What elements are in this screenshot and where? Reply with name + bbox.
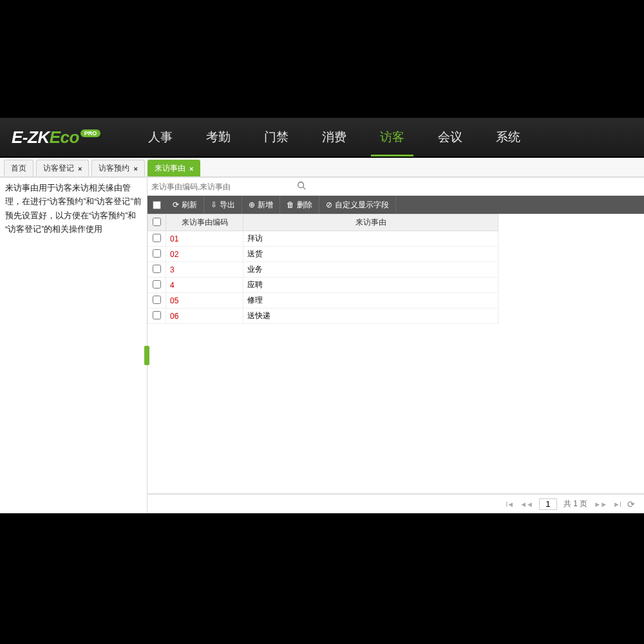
row-checkbox[interactable] <box>153 234 161 242</box>
content-area: 来访事由用于访客来访相关缘由管理，在进行“访客预约”和“访客登记”前预先设置好，… <box>0 177 644 513</box>
table-container: 来访事由编码 来访事由 01拜访02送货3业务4应聘05修理06送快递 <box>147 214 644 494</box>
export-button[interactable]: ⇩导出 <box>204 196 242 214</box>
help-sidebar: 来访事由用于访客来访相关缘由管理，在进行“访客预约”和“访客登记”前预先设置好，… <box>0 178 147 513</box>
page-tabs: 首页访客登记×访客预约×来访事由× <box>0 158 644 177</box>
first-page-button[interactable]: I◄ <box>506 500 513 508</box>
delete-button[interactable]: 🗑删除 <box>280 196 319 214</box>
top-navbar: E-ZKEco PRO 人事考勤门禁消费访客会议系统 <box>0 118 644 158</box>
add-label: 新增 <box>258 200 273 211</box>
row-checkbox[interactable] <box>153 296 161 304</box>
tab-label: 首页 <box>11 163 26 174</box>
logo-prefix: E-ZK <box>12 128 50 147</box>
row-checkbox[interactable] <box>153 265 161 273</box>
plus-icon: ⊕ <box>249 200 255 209</box>
svg-point-0 <box>298 182 304 188</box>
cell-reason: 送货 <box>243 247 498 262</box>
refresh-icon: ⟳ <box>173 200 179 209</box>
cell-reason: 修理 <box>243 293 498 308</box>
nav-item-1[interactable]: 考勤 <box>189 118 247 156</box>
col-code[interactable]: 来访事由编码 <box>166 214 243 231</box>
tab-label: 来访事由 <box>155 163 185 174</box>
cell-code: 01 <box>166 231 243 247</box>
cell-reason: 业务 <box>243 262 498 278</box>
action-toolbar: ⟳刷新 ⇩导出 ⊕新增 🗑删除 ⊘自定义显示字段 <box>147 196 644 214</box>
nav-item-3[interactable]: 消费 <box>305 118 363 156</box>
select-all-checkbox[interactable] <box>153 218 161 226</box>
tab-label: 访客预约 <box>99 163 129 174</box>
next-page-button[interactable]: ►► <box>594 500 607 508</box>
custom-fields-label: 自定义显示字段 <box>335 200 389 211</box>
reload-icon[interactable]: ⟳ <box>627 499 635 509</box>
sidebar-description: 来访事由用于访客来访相关缘由管理，在进行“访客预约”和“访客登记”前预先设置好，… <box>5 182 142 236</box>
row-checkbox[interactable] <box>153 280 161 289</box>
select-all-header[interactable] <box>148 214 166 231</box>
nav-item-4[interactable]: 访客 <box>363 118 421 156</box>
check-icon: ⊘ <box>326 200 332 209</box>
custom-fields-button[interactable]: ⊘自定义显示字段 <box>319 196 396 214</box>
col-reason[interactable]: 来访事由 <box>243 214 498 231</box>
cell-code: 06 <box>166 308 243 324</box>
nav-item-5[interactable]: 会议 <box>421 118 479 156</box>
table-row[interactable]: 02送货 <box>148 247 498 262</box>
sidebar-resize-handle[interactable] <box>144 346 149 365</box>
cell-reason: 拜访 <box>243 231 498 247</box>
page-total: 共 1 页 <box>564 498 587 509</box>
delete-label: 删除 <box>297 200 312 211</box>
page-input[interactable] <box>539 498 557 510</box>
logo-eco: Eco <box>50 128 79 147</box>
nav-item-6[interactable]: 系统 <box>479 118 537 156</box>
reasons-table: 来访事由编码 来访事由 01拜访02送货3业务4应聘05修理06送快递 <box>147 214 498 324</box>
row-checkbox[interactable] <box>153 311 161 319</box>
logo-text: E-ZKEco <box>12 128 79 147</box>
select-all-toolbar-checkbox[interactable] <box>153 201 161 209</box>
brand-logo: E-ZKEco PRO <box>0 128 112 147</box>
cell-code: 4 <box>166 278 243 293</box>
cell-reason: 应聘 <box>243 278 498 293</box>
trash-icon: 🗑 <box>287 200 294 209</box>
nav-item-0[interactable]: 人事 <box>131 118 189 156</box>
select-all-toolbar[interactable] <box>147 201 166 209</box>
table-row[interactable]: 4应聘 <box>148 278 498 293</box>
tab-1[interactable]: 访客登记× <box>36 160 89 176</box>
pro-badge: PRO <box>80 129 101 137</box>
close-icon[interactable]: × <box>189 165 193 173</box>
main-nav: 人事考勤门禁消费访客会议系统 <box>131 118 537 156</box>
table-row[interactable]: 3业务 <box>148 262 498 278</box>
tab-label: 访客登记 <box>43 163 74 174</box>
add-button[interactable]: ⊕新增 <box>242 196 280 214</box>
refresh-button[interactable]: ⟳刷新 <box>166 196 204 214</box>
cell-code: 3 <box>166 262 243 278</box>
svg-line-1 <box>303 187 306 190</box>
main-panel: ⟳刷新 ⇩导出 ⊕新增 🗑删除 ⊘自定义显示字段 来访事由编码 来访事由 01拜… <box>147 178 644 513</box>
row-checkbox[interactable] <box>153 249 161 258</box>
close-icon[interactable]: × <box>133 165 137 173</box>
table-row[interactable]: 01拜访 <box>148 231 498 247</box>
table-row[interactable]: 05修理 <box>148 293 498 308</box>
search-input[interactable] <box>151 180 293 194</box>
last-page-button[interactable]: ►I <box>613 500 621 508</box>
cell-code: 02 <box>166 247 243 262</box>
tab-3[interactable]: 来访事由× <box>147 160 200 176</box>
search-icon[interactable] <box>297 181 306 192</box>
export-icon: ⇩ <box>211 200 217 209</box>
export-label: 导出 <box>220 200 235 211</box>
tab-2[interactable]: 访客预约× <box>91 160 144 176</box>
search-bar <box>147 178 644 196</box>
cell-code: 05 <box>166 293 243 308</box>
app-window: E-ZKEco PRO 人事考勤门禁消费访客会议系统 首页访客登记×访客预约×来… <box>0 118 644 513</box>
close-icon[interactable]: × <box>78 165 82 173</box>
pagination-bar: I◄ ◄◄ 共 1 页 ►► ►I ⟳ <box>147 494 644 513</box>
table-row[interactable]: 06送快递 <box>148 308 498 324</box>
tab-0[interactable]: 首页 <box>4 160 33 176</box>
nav-item-2[interactable]: 门禁 <box>247 118 305 156</box>
refresh-label: 刷新 <box>182 200 197 211</box>
cell-reason: 送快递 <box>243 308 498 324</box>
prev-page-button[interactable]: ◄◄ <box>520 500 533 508</box>
